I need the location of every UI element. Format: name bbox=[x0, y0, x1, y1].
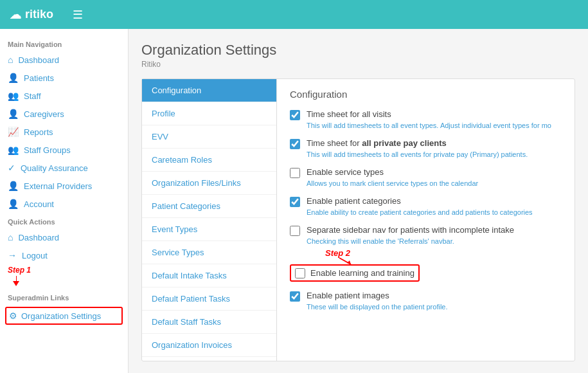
setting-description: These will be displayed on the patient p… bbox=[307, 303, 562, 311]
cloud-icon: ☁ bbox=[10, 8, 21, 22]
sidebar-item-dashboard[interactable]: ⌂ Dashboard bbox=[0, 51, 128, 69]
group-icon: 👥 bbox=[8, 145, 19, 155]
sidebar-item-quality-assurance[interactable]: ✓ Quality Assurance bbox=[0, 159, 128, 177]
qa-icon: ✓ bbox=[8, 163, 15, 173]
sidebar: Main Navigation ⌂ Dashboard 👤 Patients 👥… bbox=[0, 29, 129, 373]
topbar: ☁ ritiko ☰ bbox=[0, 0, 588, 29]
checkbox-patient-images[interactable] bbox=[290, 291, 300, 302]
reports-icon: 📈 bbox=[8, 127, 19, 137]
setting-description: This will add timesheets to all events f… bbox=[307, 150, 562, 158]
setting-patient-categories: Enable patient categories Enable ability… bbox=[290, 196, 562, 216]
sidebar-item-account[interactable]: 👤 Account bbox=[0, 195, 128, 213]
settings-panel-title: Configuration bbox=[290, 89, 562, 100]
provider-icon: 👤 bbox=[8, 181, 19, 191]
main-nav-label: Main Navigation bbox=[0, 35, 128, 51]
checkbox-timesheet-private-pay[interactable] bbox=[290, 139, 300, 149]
app-logo: ☁ ritiko bbox=[10, 8, 53, 22]
setting-timesheet-all-visits: Time sheet for all visits This will add … bbox=[290, 109, 562, 129]
checkbox-timesheet-all-visits[interactable] bbox=[290, 110, 300, 120]
sidebar-item-label: Logout bbox=[22, 251, 48, 260]
quick-actions-label: Quick Actions bbox=[0, 213, 128, 228]
settings-panels: Configuration Profile EVV Careteam Roles… bbox=[141, 78, 575, 361]
setting-description: This will add timesheets to all event ty… bbox=[307, 122, 562, 129]
sidebar-item-label: Organization Settings bbox=[21, 311, 101, 321]
setting-description: Allows you to mark client service types … bbox=[307, 179, 562, 187]
app-name: ritiko bbox=[25, 8, 53, 21]
step1-arrow-area bbox=[0, 276, 128, 289]
sub-nav-default-staff-tasks[interactable]: Default Staff Tasks bbox=[142, 311, 276, 334]
sidebar-item-external-providers[interactable]: 👤 External Providers bbox=[0, 177, 128, 195]
checkbox-learning-training[interactable] bbox=[295, 268, 305, 278]
home-icon-2: ⌂ bbox=[8, 232, 13, 242]
sidebar-item-caregivers[interactable]: 👤 Caregivers bbox=[0, 105, 128, 123]
setting-label: Time sheet for all visits bbox=[307, 109, 391, 119]
setting-service-types: Enable service types Allows you to mark … bbox=[290, 167, 562, 187]
sub-nav-profile[interactable]: Profile bbox=[142, 102, 276, 125]
sidebar-item-label: Account bbox=[24, 199, 54, 209]
sub-nav-default-patient-tasks[interactable]: Default Patient Tasks bbox=[142, 287, 276, 311]
gear-icon: ⚙ bbox=[9, 311, 17, 321]
logout-icon: → bbox=[8, 250, 17, 260]
sidebar-item-label: Reports bbox=[24, 127, 53, 137]
setting-patient-images: Enable patient images These will be disp… bbox=[290, 291, 562, 311]
sub-nav-careteam-roles[interactable]: Careteam Roles bbox=[142, 149, 276, 172]
sub-nav-event-types[interactable]: Event Types bbox=[142, 218, 276, 241]
sidebar-item-logout[interactable]: → Logout bbox=[0, 246, 128, 264]
user-icon: 👤 bbox=[8, 73, 19, 83]
sub-nav-patient-categories[interactable]: Patient Categories bbox=[142, 195, 276, 218]
sidebar-item-label: Quality Assurance bbox=[21, 163, 88, 173]
setting-separate-sidebar: Separate sidebar nav for patients with i… bbox=[290, 225, 562, 245]
staff-icon: 👥 bbox=[8, 91, 19, 101]
page-subtitle: Ritiko bbox=[141, 60, 575, 69]
checkbox-service-types[interactable] bbox=[290, 168, 300, 178]
sidebar-item-staff-groups[interactable]: 👥 Staff Groups bbox=[0, 141, 128, 159]
checkbox-separate-sidebar[interactable] bbox=[290, 226, 300, 236]
setting-description: Checking this will enable the 'Referrals… bbox=[307, 237, 562, 245]
sub-nav-org-files[interactable]: Organization Files/Links bbox=[142, 172, 276, 195]
checkbox-patient-categories[interactable] bbox=[290, 197, 300, 207]
sidebar-item-label: Patients bbox=[24, 73, 54, 83]
setting-label: Separate sidebar nav for patients with i… bbox=[307, 225, 514, 235]
setting-label: Enable patient categories bbox=[307, 196, 401, 206]
sidebar-item-staff[interactable]: 👥 Staff bbox=[0, 87, 128, 105]
main-layout: Main Navigation ⌂ Dashboard 👤 Patients 👥… bbox=[0, 29, 588, 373]
sidebar-item-qa-dashboard[interactable]: ⌂ Dashboard bbox=[0, 228, 128, 246]
page-title: Organization Settings bbox=[141, 42, 575, 59]
sub-nav-default-intake-tasks[interactable]: Default Intake Tasks bbox=[142, 264, 276, 287]
home-icon: ⌂ bbox=[8, 55, 13, 65]
sub-nav-configuration[interactable]: Configuration bbox=[142, 79, 276, 102]
sidebar-item-label: External Providers bbox=[24, 181, 92, 191]
setting-description: Enable ability to create patient categor… bbox=[307, 208, 562, 216]
sidebar-item-label: Staff Groups bbox=[24, 145, 71, 155]
step1-annotation: Step 1 bbox=[0, 264, 128, 276]
setting-label: Time sheet for all private pay clients bbox=[307, 138, 447, 148]
sidebar-item-label: Caregivers bbox=[24, 109, 64, 119]
caregiver-icon: 👤 bbox=[8, 109, 19, 119]
hamburger-menu[interactable]: ☰ bbox=[73, 8, 83, 22]
superadmin-label: Superadmin Links bbox=[0, 289, 128, 304]
sidebar-item-label: Dashboard bbox=[18, 55, 59, 65]
setting-label: Enable patient images bbox=[307, 291, 389, 300]
step2-arrow-icon bbox=[338, 257, 357, 268]
sidebar-item-org-settings[interactable]: ⚙ Organization Settings bbox=[5, 307, 123, 325]
sidebar-item-reports[interactable]: 📈 Reports bbox=[0, 123, 128, 141]
settings-panel: Configuration Time sheet for all visits … bbox=[277, 79, 575, 361]
sub-nav-service-types[interactable]: Service Types bbox=[142, 241, 276, 264]
setting-label: Enable service types bbox=[307, 167, 384, 177]
content-area: Organization Settings Ritiko Configurati… bbox=[129, 29, 588, 373]
setting-learning-training: Step 2 Enable learning and training bbox=[290, 264, 562, 282]
sidebar-item-patients[interactable]: 👤 Patients bbox=[0, 69, 128, 87]
sub-nav-evv[interactable]: EVV bbox=[142, 125, 276, 149]
sub-nav-org-invoices[interactable]: Organization Invoices bbox=[142, 334, 276, 357]
setting-timesheet-private-pay: Time sheet for all private pay clients T… bbox=[290, 138, 562, 158]
account-icon: 👤 bbox=[8, 199, 19, 209]
sidebar-item-label: Dashboard bbox=[18, 233, 59, 242]
setting-label: Enable learning and training bbox=[310, 268, 414, 278]
sub-nav: Configuration Profile EVV Careteam Roles… bbox=[142, 79, 277, 361]
sidebar-item-label: Staff bbox=[24, 91, 41, 101]
